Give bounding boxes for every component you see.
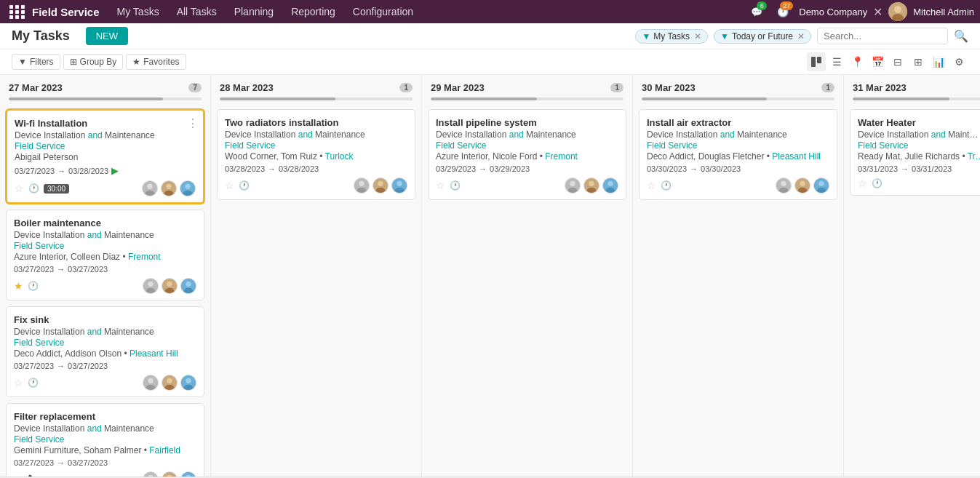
timer-icon: 🕐 — [661, 180, 672, 191]
star-icon[interactable]: ☆ — [14, 377, 23, 389]
card-menu-icon[interactable]: ⋮ — [187, 116, 199, 130]
timer-icon: 🕐 — [450, 180, 461, 191]
card-type: Field Service — [858, 140, 980, 151]
card-two-radiators[interactable]: Two radiators installation Device Instal… — [217, 109, 415, 200]
nav-all-tasks[interactable]: All Tasks — [168, 0, 226, 23]
card-dates: 03/28/2023 → 03/28/2023 — [225, 164, 407, 173]
favorites-button[interactable]: ★ Favorites — [126, 54, 186, 70]
table-view-icon[interactable]: ⊟ — [888, 52, 907, 71]
star-icon[interactable]: ☆ — [15, 183, 24, 194]
kanban-cards-0: ⋮ Wi-fi Installation Device Installation… — [0, 106, 210, 477]
card-type: Field Service — [14, 338, 196, 348]
avatar-blue — [180, 180, 196, 196]
view-icons: ☰ 📍 📅 ⊟ ⊞ 📊 ⚙ — [807, 52, 968, 71]
star-icon[interactable]: ☆ — [647, 180, 656, 191]
list-view-icon[interactable]: ☰ — [827, 52, 846, 71]
map-view-icon[interactable]: 📍 — [848, 52, 867, 71]
card-footer: ☆ 🕐 — [647, 178, 829, 194]
card-service: Device Installation and Maintenance — [436, 130, 618, 140]
topnav-right: 💬 6 🕐 27 Demo Company ✕ Mitchell Admin — [746, 1, 974, 22]
kanban-cards-3: Install air extractor Device Installatio… — [633, 106, 843, 477]
filter-tag-my-tasks[interactable]: ▼ My Tasks ✕ — [635, 29, 708, 44]
kanban-board: 27 Mar 2023 7 ⋮ Wi-fi Installation Devic… — [0, 75, 980, 477]
avatar-user — [161, 180, 177, 196]
card-filter-replacement[interactable]: Filter replacement Device Installation a… — [6, 403, 204, 477]
chart-view-icon[interactable]: 📊 — [929, 52, 948, 71]
clock-badge: 27 — [780, 1, 793, 10]
search-input[interactable] — [817, 28, 948, 44]
card-dates: 03/27/2023 → 03/27/2023 — [14, 458, 196, 467]
filter-tag-close[interactable]: ✕ — [694, 31, 701, 41]
card-boiler[interactable]: Boiler maintenance Device Installation a… — [6, 210, 204, 300]
card-air-extractor[interactable]: Install air extractor Device Installatio… — [639, 109, 837, 200]
filter-tag-label-2: Today or Future — [732, 31, 793, 41]
card-title: Install pipeline system — [436, 117, 618, 128]
chat-badge: 6 — [757, 1, 767, 10]
card-type: Field Service — [225, 140, 407, 151]
search-icon[interactable]: 🔍 — [954, 29, 968, 43]
card-service: Device Installation and Maintenance — [14, 327, 196, 337]
svg-point-63 — [800, 181, 805, 186]
card-title: Water Heater — [858, 117, 980, 128]
pivot-view-icon[interactable]: ⊞ — [909, 52, 928, 71]
filter-tag-today[interactable]: ▼ Today or Future ✕ — [714, 29, 811, 44]
card-service: Device Installation and Maintenance — [14, 423, 196, 434]
avatar-grey — [565, 178, 581, 194]
timer-icon: 🕐 — [239, 180, 250, 191]
kanban-view-icon[interactable] — [807, 52, 826, 71]
settings-view-icon[interactable]: ⚙ — [949, 52, 968, 71]
card-type: Field Service — [14, 434, 196, 445]
filter-tag-close-2[interactable]: ✕ — [797, 31, 805, 41]
timer-icon: 🕐 — [872, 178, 883, 188]
svg-point-54 — [589, 181, 594, 186]
card-pipeline[interactable]: Install pipeline system Device Installat… — [428, 109, 626, 200]
group-by-label: Group By — [80, 57, 117, 67]
card-fix-sink[interactable]: Fix sink Device Installation and Mainten… — [6, 306, 204, 397]
avatar-blue — [180, 471, 196, 477]
apps-menu-button[interactable] — [6, 0, 29, 23]
star-icon[interactable]: ☆ — [436, 180, 445, 191]
star-icon[interactable]: ☆ — [858, 178, 867, 189]
calendar-view-icon[interactable]: 📅 — [868, 52, 887, 71]
svg-rect-4 — [817, 57, 821, 63]
new-button[interactable]: NEW — [86, 27, 128, 45]
card-water-heater[interactable]: Water Heater Device Installation and Mai… — [850, 109, 980, 196]
avatar[interactable] — [888, 2, 907, 21]
nav-my-tasks[interactable]: My Tasks — [108, 0, 168, 23]
star-icon[interactable]: ☆ — [14, 474, 23, 477]
svg-point-12 — [185, 184, 190, 189]
star-icon[interactable]: ☆ — [225, 180, 234, 191]
nav-planning[interactable]: Planning — [226, 0, 283, 23]
avatar-blue — [813, 178, 829, 194]
page-title: My Tasks — [12, 28, 70, 44]
column-header-2: 29 Mar 2023 1 — [422, 75, 632, 97]
star-icon[interactable]: ★ — [14, 280, 23, 292]
time-badge: 30:00 — [44, 184, 69, 194]
timer-icon: 🕐 — [28, 281, 39, 291]
nav-reporting[interactable]: Reporting — [282, 0, 344, 23]
avatar-user — [162, 278, 178, 294]
col-progress-3 — [642, 97, 834, 100]
avatar-blue — [180, 278, 196, 294]
filter-tag-label: My Tasks — [653, 31, 690, 41]
svg-point-30 — [186, 378, 191, 383]
chat-button[interactable]: 💬 6 — [746, 1, 767, 22]
card-wifi[interactable]: ⋮ Wi-fi Installation Device Installation… — [6, 109, 204, 204]
group-by-button[interactable]: ⊞ Group By — [63, 54, 124, 70]
svg-point-1 — [894, 6, 901, 13]
card-location: Abigail Peterson — [15, 152, 196, 162]
svg-point-21 — [186, 282, 191, 287]
filters-button[interactable]: ▼ Filters — [12, 54, 60, 70]
nav-configuration[interactable]: Configuration — [344, 0, 422, 23]
col-progress-4 — [853, 97, 980, 100]
svg-point-57 — [607, 181, 613, 186]
filter-icon-2: ▼ — [720, 31, 729, 41]
card-title: Install air extractor — [647, 117, 829, 128]
svg-point-24 — [148, 378, 153, 383]
close-icon[interactable]: ✕ — [873, 5, 883, 19]
topnav: Field Service My Tasks All Tasks Plannin… — [0, 0, 980, 23]
svg-point-18 — [167, 282, 172, 287]
card-dates: 03/27/2023 → 03/27/2023 — [14, 362, 196, 370]
card-service: Device Installation and Maintenance — [14, 230, 196, 240]
clock-button[interactable]: 🕐 27 — [773, 1, 793, 22]
